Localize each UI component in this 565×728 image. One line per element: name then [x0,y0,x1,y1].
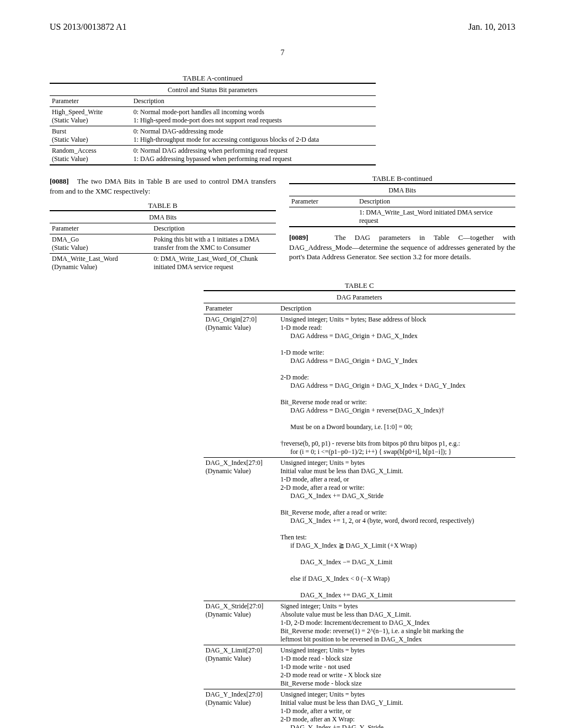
table-c-subtitle: DAG Parameters [204,292,515,303]
table-b-subtitle: DMA Bits [50,212,276,223]
header-left: US 2013/0013872 A1 [50,22,127,32]
table-a-title: TABLE A-continued [50,74,376,83]
table-row: DAG_Y_Index[27:0](Dynamic Value)Unsigned… [204,689,515,728]
para-0088: [0088] The two DMA Bits in Table B are u… [50,176,276,196]
table-b-col2: Description [152,223,276,234]
table-b-title: TABLE B [50,201,276,210]
table-b: DMA Bits Parameter Description DMA_Go(St… [50,210,276,272]
para-text: The two DMA Bits in Table B are used to … [50,177,276,195]
table-a-col1: Parameter [50,96,131,107]
table-a: Control and Status Bit parameters Parame… [50,83,376,165]
table-row: High_Speed_Write(Static Value)0: Normal … [50,107,376,126]
table-row: DAG_Origin[27:0](Dynamic Value)Unsigned … [204,314,515,458]
table-c-title: TABLE C [204,281,515,290]
table-row: DMA_Go(Static Value)Poking this bit with… [50,234,276,254]
table-b-cont-col2: Description [357,196,515,207]
table-row: Random_Access(Static Value)0: Normal DAG… [50,146,376,165]
table-b-cont-col1: Parameter [289,196,357,207]
page-number: 7 [50,49,515,57]
table-row: DAG_X_Stride[27:0](Dynamic Value)Signed … [204,601,515,645]
table-row: 1: DMA_Write_Last_Word initiated DMA ser… [289,207,515,227]
table-row: DMA_Write_Last_Word(Dynamic Value)0: DMA… [50,254,276,273]
table-c: DAG Parameters Parameter Description DAG… [204,290,515,728]
table-b-cont-title: TABLE B-continued [289,174,515,183]
table-row: Burst(Static Value)0: Normal DAG-address… [50,126,376,146]
para-text: The DAG parameters in Table C—together w… [289,233,515,261]
table-b-cont-subtitle: DMA Bits [289,185,515,196]
table-c-col1: Parameter [204,303,279,314]
table-a-subtitle: Control and Status Bit parameters [50,85,376,96]
para-num: [0088] [50,177,69,185]
para-num: [0089] [289,233,308,242]
header-right: Jan. 10, 2013 [468,22,515,32]
para-0089: [0089] The DAG parameters in Table C—tog… [289,233,515,262]
table-c-col2: Description [278,303,515,314]
table-a-col2: Description [131,96,376,107]
table-b-cont: DMA Bits Parameter Description 1: DMA_Wr… [289,183,515,227]
table-row: DAG_X_Limit[27:0](Dynamic Value)Unsigned… [204,645,515,689]
table-b-col1: Parameter [50,223,152,234]
table-row: DAG_X_Index[27:0](Dynamic Value)Unsigned… [204,458,515,601]
page-header: US 2013/0013872 A1 Jan. 10, 2013 [50,22,515,32]
